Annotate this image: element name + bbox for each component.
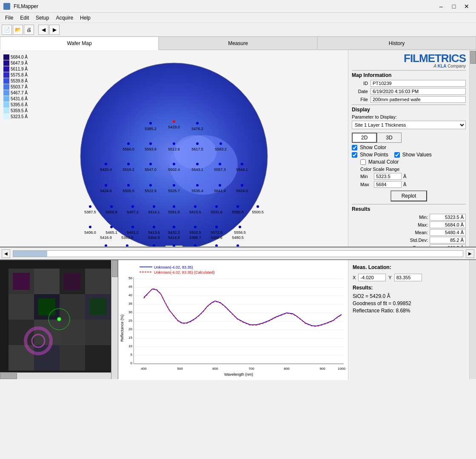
file-label: File (352, 97, 368, 102)
manual-color-row: Manual Color (352, 159, 466, 165)
svg-point-67 (89, 226, 91, 228)
toolbar-print[interactable]: 🖨 (24, 25, 34, 35)
y-input[interactable] (394, 274, 422, 281)
svg-point-63 (237, 205, 239, 208)
toolbar-btn5[interactable]: ▶ (49, 25, 60, 35)
meas-location-title: Meas. Location: (353, 264, 465, 270)
scroll-track[interactable] (13, 250, 463, 257)
svg-text:50: 50 (128, 276, 132, 280)
image-hscroll[interactable] (0, 372, 111, 379)
svg-point-33 (241, 163, 243, 165)
svg-text:5624.0: 5624.0 (236, 189, 248, 193)
svg-point-95 (237, 244, 239, 246)
svg-point-85 (126, 244, 128, 246)
replot-button[interactable]: Replot (390, 190, 428, 201)
right-panel: FILMETRICS A KLA Company Map Information… (348, 50, 469, 246)
svg-rect-110 (85, 320, 111, 345)
tab-wafer-map[interactable]: Wafer Map (0, 37, 159, 50)
param-select[interactable]: Site 1 Layer 1 Thickness (352, 121, 466, 129)
image-hscroll-thumb[interactable] (0, 373, 17, 379)
scroll-thumb[interactable] (13, 251, 47, 257)
close-button[interactable]: ✕ (461, 2, 473, 11)
svg-text:5: 5 (131, 353, 133, 357)
svg-text:5593.9: 5593.9 (145, 147, 157, 151)
toolbar-new[interactable]: 📄 (2, 25, 12, 35)
svg-rect-115 (13, 273, 30, 290)
show-values-checkbox[interactable] (394, 152, 400, 158)
manual-color-label: Manual Color (368, 159, 399, 165)
svg-point-55 (153, 205, 155, 208)
result-stddev-value (430, 237, 466, 244)
toolbar-open[interactable]: 📂 (13, 25, 23, 35)
minimize-button[interactable]: – (435, 2, 447, 11)
svg-point-65 (257, 205, 259, 208)
nav-left-button[interactable]: ◀ (2, 249, 10, 258)
show-color-label: Show Color (360, 144, 386, 150)
date-input[interactable] (371, 88, 466, 95)
svg-text:5385.2: 5385.2 (145, 127, 157, 131)
show-color-checkbox[interactable] (352, 145, 357, 150)
svg-text:Unknown(-4.02, 83.35) (Calcula: Unknown(-4.02, 83.35) (Calculated) (154, 270, 215, 275)
svg-point-23 (127, 163, 130, 165)
svg-text:5502.5: 5502.5 (189, 230, 201, 235)
goodness-fit: Goodness of fit = 0.99852 (353, 300, 465, 306)
id-row: ID (352, 80, 466, 87)
min-row: Min Å (352, 173, 466, 180)
view-3d-button[interactable]: 3D (377, 133, 401, 143)
menu-acquire[interactable]: Acquire (52, 14, 77, 22)
file-row: File (352, 96, 466, 103)
svg-text:5544.1: 5544.1 (236, 167, 248, 172)
result-range-row: Range: (352, 244, 466, 246)
svg-text:5519.2: 5519.2 (123, 167, 134, 172)
date-label: Date (352, 89, 368, 94)
result-max-row: Max: (352, 221, 466, 228)
results-title: Results (352, 206, 466, 212)
min-input[interactable] (374, 173, 402, 180)
max-input[interactable] (374, 181, 402, 188)
max-unit: Å (403, 182, 406, 187)
right-scrollbar[interactable] (469, 50, 476, 246)
svg-point-13 (149, 142, 152, 145)
svg-text:5387.5: 5387.5 (84, 210, 96, 214)
id-input[interactable] (371, 80, 466, 87)
tab-history[interactable]: History (317, 37, 476, 49)
svg-point-81 (239, 226, 241, 228)
nav-right-button[interactable]: ▶ (466, 249, 474, 258)
svg-text:5512.6: 5512.6 (168, 147, 180, 151)
view-2d-button[interactable]: 2D (352, 133, 377, 143)
maximize-button[interactable]: □ (448, 2, 460, 11)
svg-rect-103 (9, 294, 34, 320)
svg-text:40: 40 (128, 293, 132, 297)
svg-point-43 (196, 184, 199, 187)
svg-text:5566.0: 5566.0 (123, 147, 134, 151)
toolbar: 📄 📂 🖨 ◀ ▶ (0, 23, 476, 37)
svg-text:10: 10 (128, 344, 132, 348)
svg-text:5406.0: 5406.0 (84, 230, 96, 235)
svg-point-73 (153, 226, 155, 228)
result-stddev-row: Std.Dev: (352, 237, 466, 244)
menu-file[interactable]: File (2, 14, 17, 22)
svg-text:5416.9: 5416.9 (100, 235, 112, 240)
svg-point-45 (219, 184, 221, 187)
svg-text:5502.4: 5502.4 (168, 167, 180, 172)
x-label: X (353, 275, 356, 280)
svg-text:5476.2: 5476.2 (191, 127, 203, 131)
svg-rect-100 (34, 269, 60, 294)
menu-help[interactable]: Help (77, 14, 94, 22)
image-vscroll-thumb[interactable] (112, 260, 118, 277)
file-input[interactable] (371, 96, 466, 103)
svg-point-27 (173, 163, 175, 165)
svg-text:5617.5: 5617.5 (191, 147, 203, 151)
bottom-right-scrollbar[interactable] (469, 260, 476, 379)
x-input[interactable] (358, 274, 386, 281)
tab-measure[interactable]: Measure (159, 37, 317, 49)
menu-edit[interactable]: Edit (17, 14, 32, 22)
toolbar-btn4[interactable]: ◀ (38, 25, 48, 35)
menu-setup[interactable]: Setup (32, 14, 52, 22)
svg-text:0: 0 (131, 361, 133, 365)
manual-color-checkbox[interactable] (360, 159, 366, 165)
wafer-display[interactable]: 5385.2 5429.0 5476.2 5566.0 5593.9 5512.… (72, 54, 276, 246)
image-vscroll[interactable] (111, 260, 118, 379)
show-points-checkbox[interactable] (352, 152, 357, 158)
svg-point-51 (110, 205, 113, 208)
